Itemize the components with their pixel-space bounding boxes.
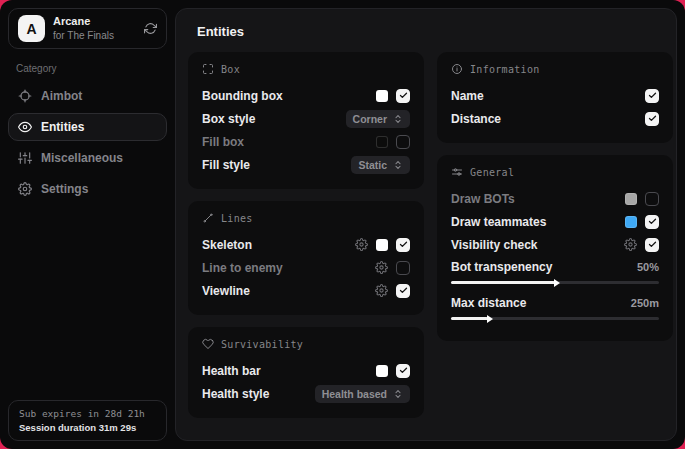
lines-card: Lines Skeleton Line to enemy V	[188, 201, 424, 315]
draw-bots-checkbox[interactable]	[645, 192, 659, 206]
heart-icon	[202, 338, 214, 350]
fill-box-label: Fill box	[202, 135, 368, 149]
bot-transparency-slider-fill	[451, 281, 555, 284]
health-style-select[interactable]: Health based	[315, 385, 410, 403]
eye-icon	[18, 120, 32, 134]
sidebar-item-entities[interactable]: Entities	[8, 113, 167, 141]
sidebar-item-label: Settings	[41, 182, 88, 196]
max-distance-slider[interactable]	[451, 317, 659, 320]
visibility-check-checkbox[interactable]	[645, 238, 659, 252]
gear-icon	[18, 182, 32, 196]
health-bar-row: Health bar	[202, 359, 410, 382]
fill-box-color-swatch[interactable]	[376, 136, 388, 148]
chevron-up-down-icon	[393, 389, 403, 399]
bounding-box-color-swatch[interactable]	[376, 90, 388, 102]
box-style-select[interactable]: Corner	[346, 110, 410, 128]
max-distance-group: Max distance 250m	[451, 292, 659, 320]
viewline-checkbox[interactable]	[396, 284, 410, 298]
bounding-box-label: Bounding box	[202, 89, 368, 103]
visibility-check-label: Visibility check	[451, 238, 616, 252]
bot-transparency-slider[interactable]	[451, 281, 659, 284]
check-icon	[648, 217, 657, 226]
skeleton-row: Skeleton	[202, 233, 410, 256]
draw-teammates-row: Draw teammates	[451, 210, 659, 233]
viewline-row: Viewline	[202, 279, 410, 302]
fill-style-row: Fill style Static	[202, 153, 410, 176]
name-label: Name	[451, 89, 637, 103]
sidebar-item-settings[interactable]: Settings	[8, 175, 167, 203]
box-card: Box Bounding box Box style Corner	[188, 52, 424, 189]
main-panel: Entities Box Bounding box Box	[175, 8, 677, 441]
draw-bots-color-swatch[interactable]	[625, 193, 637, 205]
card-title: Information	[470, 64, 540, 75]
check-icon	[648, 91, 657, 100]
skeleton-label: Skeleton	[202, 238, 347, 252]
line-to-enemy-label: Line to enemy	[202, 261, 367, 275]
line-to-enemy-checkbox[interactable]	[396, 261, 410, 275]
line-to-enemy-settings-icon[interactable]	[375, 261, 388, 274]
box-style-row: Box style Corner	[202, 107, 410, 130]
box-corners-icon	[202, 63, 214, 75]
sidebar: A Arcane for The Finals Category Aimbot …	[0, 0, 175, 449]
distance-row: Distance	[451, 107, 659, 130]
max-distance-value: 250m	[631, 297, 659, 309]
health-bar-label: Health bar	[202, 364, 368, 378]
viewline-settings-icon[interactable]	[375, 284, 388, 297]
draw-bots-label: Draw BOTs	[451, 192, 617, 206]
bounding-box-checkbox[interactable]	[396, 89, 410, 103]
crosshair-icon	[18, 89, 32, 103]
category-label: Category	[16, 63, 159, 74]
sidebar-item-aimbot[interactable]: Aimbot	[8, 82, 167, 110]
visibility-check-settings-icon[interactable]	[624, 238, 637, 251]
check-icon	[648, 114, 657, 123]
page-title: Entities	[197, 24, 664, 39]
fill-style-label: Fill style	[202, 158, 343, 172]
name-checkbox[interactable]	[645, 89, 659, 103]
app-logo: A	[18, 15, 45, 42]
health-style-label: Health style	[202, 387, 307, 401]
check-icon	[399, 286, 408, 295]
bounding-box-row: Bounding box	[202, 84, 410, 107]
bot-transparency-label: Bot transpenency	[451, 260, 629, 274]
viewline-label: Viewline	[202, 284, 367, 298]
diagonal-line-icon	[202, 212, 214, 224]
health-style-row: Health style Health based	[202, 382, 410, 405]
visibility-check-row: Visibility check	[451, 233, 659, 256]
fill-style-value: Static	[358, 159, 387, 171]
sidebar-item-label: Entities	[41, 120, 84, 134]
sync-icon[interactable]	[144, 22, 157, 35]
card-title: General	[470, 167, 514, 178]
draw-teammates-color-swatch[interactable]	[625, 216, 637, 228]
subscription-info-card: Sub expires in 28d 21h Session duration …	[8, 400, 167, 441]
draw-bots-row: Draw BOTs	[451, 187, 659, 210]
info-icon	[451, 63, 463, 75]
bot-transparency-value: 50%	[637, 261, 659, 273]
fill-style-select[interactable]: Static	[351, 156, 410, 174]
bot-transparency-group: Bot transpenency 50%	[451, 256, 659, 284]
app-subtitle: for The Finals	[53, 30, 136, 42]
skeleton-settings-icon[interactable]	[355, 238, 368, 251]
box-style-value: Corner	[353, 113, 387, 125]
draw-teammates-label: Draw teammates	[451, 215, 617, 229]
app-window: A Arcane for The Finals Category Aimbot …	[0, 0, 685, 449]
general-card: General Draw BOTs Draw teammates Visibil…	[437, 155, 673, 341]
card-title: Survivability	[221, 339, 303, 350]
card-title: Lines	[221, 213, 253, 224]
app-title: Arcane	[53, 15, 136, 28]
survivability-card: Survivability Health bar Health style He…	[188, 327, 424, 418]
health-bar-checkbox[interactable]	[396, 364, 410, 378]
health-bar-color-swatch[interactable]	[376, 365, 388, 377]
sliders-icon	[18, 151, 32, 165]
skeleton-color-swatch[interactable]	[376, 239, 388, 251]
draw-teammates-checkbox[interactable]	[645, 215, 659, 229]
line-to-enemy-row: Line to enemy	[202, 256, 410, 279]
sidebar-item-label: Miscellaneous	[41, 151, 123, 165]
logo-card: A Arcane for The Finals	[8, 8, 167, 49]
distance-checkbox[interactable]	[645, 112, 659, 126]
sidebar-item-label: Aimbot	[41, 89, 82, 103]
sidebar-item-miscellaneous[interactable]: Miscellaneous	[8, 144, 167, 172]
check-icon	[399, 366, 408, 375]
check-icon	[399, 91, 408, 100]
fill-box-checkbox[interactable]	[396, 135, 410, 149]
skeleton-checkbox[interactable]	[396, 238, 410, 252]
